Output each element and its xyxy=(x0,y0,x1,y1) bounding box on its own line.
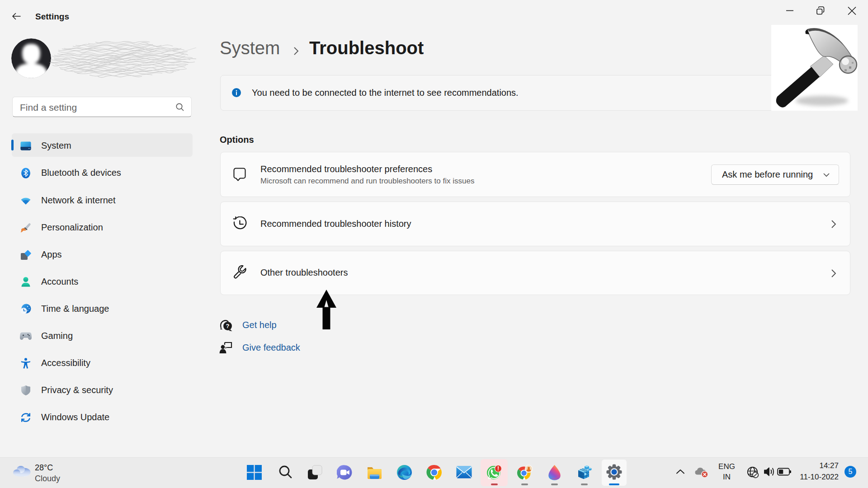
svg-text:!: ! xyxy=(497,465,499,472)
svg-text:?: ? xyxy=(226,323,230,329)
